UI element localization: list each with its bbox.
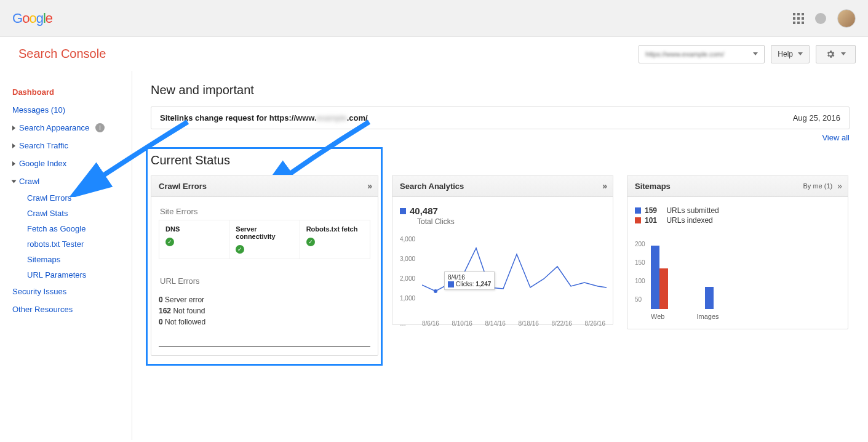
sidebar-item-search-appearance[interactable]: Search Appearancei bbox=[12, 119, 132, 137]
sidebar-item-crawl-errors[interactable]: Crawl Errors bbox=[12, 190, 132, 206]
apps-icon[interactable] bbox=[793, 13, 804, 24]
site-errors-heading: Site Errors bbox=[159, 203, 370, 220]
help-button[interactable]: Help bbox=[771, 45, 810, 63]
line-chart-svg bbox=[422, 236, 607, 303]
notice-box: Sitelinks change request for https://www… bbox=[151, 106, 850, 129]
expand-icon bbox=[12, 180, 17, 183]
app-title[interactable]: Search Console bbox=[18, 47, 106, 61]
check-icon: ✓ bbox=[236, 245, 244, 254]
google-logo[interactable]: Google bbox=[12, 10, 52, 26]
caret-down-icon bbox=[798, 52, 803, 55]
gear-icon bbox=[826, 49, 835, 59]
site-error-robots: Robots.txt fetch✓ bbox=[300, 220, 370, 259]
sidebar-item-dashboard[interactable]: Dashboard bbox=[12, 83, 132, 101]
sidebar-item-robots-tester[interactable]: robots.txt Tester bbox=[12, 236, 132, 252]
legend-square-icon bbox=[400, 208, 406, 214]
settings-button[interactable] bbox=[816, 45, 856, 63]
search-analytics-panel: Search Analytics » 40,487 Total Clicks 4… bbox=[392, 175, 613, 325]
url-errors-list: 0 Server error 162 Not found 0 Not follo… bbox=[159, 294, 370, 327]
sidebar-item-other-resources[interactable]: Other Resources bbox=[12, 300, 132, 318]
expand-icon bbox=[12, 143, 15, 148]
crawl-errors-panel: Crawl Errors » Site Errors DNS✓ Server c… bbox=[151, 175, 378, 356]
sitemaps-header[interactable]: Sitemaps By me (1)» bbox=[627, 175, 848, 197]
main-content: New and important Sitelinks change reque… bbox=[132, 71, 868, 440]
analytics-total: 40,487 bbox=[400, 203, 605, 217]
toolbar: Search Console https://www.example.com/ … bbox=[0, 37, 868, 71]
sidebar-item-google-index[interactable]: Google Index bbox=[12, 155, 132, 172]
svg-point-0 bbox=[434, 289, 437, 293]
sidebar-item-url-parameters[interactable]: URL Parameters bbox=[12, 267, 132, 283]
chevrons-right-icon[interactable]: » bbox=[837, 181, 840, 191]
search-analytics-header[interactable]: Search Analytics » bbox=[392, 175, 613, 197]
url-errors-heading: URL Errors bbox=[159, 273, 370, 289]
google-bar: Google bbox=[0, 0, 868, 37]
crawl-errors-header[interactable]: Crawl Errors » bbox=[151, 175, 378, 197]
sidebar-item-search-traffic[interactable]: Search Traffic bbox=[12, 137, 132, 155]
chart-tooltip: 8/4/16 Clicks: 1,247 bbox=[444, 271, 495, 290]
check-icon: ✓ bbox=[165, 238, 174, 246]
current-status-heading: Current Status bbox=[151, 153, 850, 167]
site-error-server: Server connectivity✓ bbox=[229, 220, 300, 259]
chevrons-right-icon[interactable]: » bbox=[367, 181, 370, 191]
notifications-icon[interactable] bbox=[815, 13, 826, 24]
chevrons-right-icon[interactable]: » bbox=[602, 181, 605, 191]
caret-down-icon bbox=[753, 52, 758, 55]
property-selector[interactable]: https://www.example.com/ bbox=[639, 45, 765, 63]
analytics-line-chart: 4,000 3,000 2,000 1,000 8/4/16 Clicks: 1… bbox=[400, 236, 605, 316]
sidebar-item-crawl-stats[interactable]: Crawl Stats bbox=[12, 206, 132, 221]
sitemaps-bar-chart: 200 150 100 50 bbox=[635, 234, 840, 320]
site-errors-grid: DNS✓ Server connectivity✓ Robots.txt fet… bbox=[159, 220, 370, 259]
sidebar-item-crawl[interactable]: Crawl bbox=[12, 172, 132, 190]
chart-x-labels: 8/6/168/10/168/14/168/18/168/22/168/26/1… bbox=[422, 320, 605, 327]
sidebar-item-sitemaps[interactable]: Sitemaps bbox=[12, 252, 132, 267]
sitemaps-panel: Sitemaps By me (1)» 159 URLs submitted 1… bbox=[627, 175, 848, 329]
sidebar-item-security-issues[interactable]: Security Issues bbox=[12, 283, 132, 300]
info-icon[interactable]: i bbox=[95, 123, 105, 132]
avatar[interactable] bbox=[837, 9, 856, 28]
caret-down-icon bbox=[841, 52, 846, 55]
bar-group-images bbox=[705, 287, 714, 309]
sitemaps-legend: 159 URLs submitted 101 URLs indexed bbox=[635, 203, 840, 228]
sidebar-item-fetch-as-google[interactable]: Fetch as Google bbox=[12, 221, 132, 236]
expand-icon bbox=[12, 161, 15, 166]
expand-icon bbox=[12, 126, 15, 131]
sidebar-item-messages[interactable]: Messages (10) bbox=[12, 101, 132, 119]
notice-row[interactable]: Sitelinks change request for https://www… bbox=[151, 107, 849, 129]
notice-date: Aug 25, 2016 bbox=[793, 113, 840, 123]
view-all-link[interactable]: View all bbox=[822, 133, 850, 142]
property-url: https://www.example.com/ bbox=[645, 50, 724, 58]
check-icon: ✓ bbox=[306, 238, 315, 246]
new-important-heading: New and important bbox=[151, 83, 850, 97]
sidebar: Dashboard Messages (10) Search Appearanc… bbox=[0, 71, 132, 440]
bar-group-web bbox=[651, 246, 668, 309]
site-error-dns: DNS✓ bbox=[159, 220, 229, 259]
